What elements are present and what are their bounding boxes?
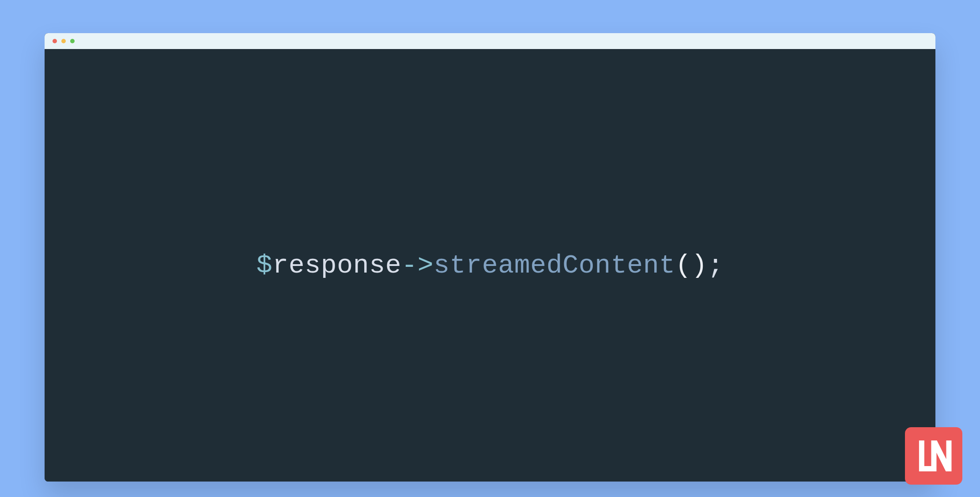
token-variable: response bbox=[272, 250, 401, 281]
brand-logo-icon bbox=[905, 427, 962, 485]
token-arrow: -> bbox=[401, 250, 433, 281]
code-line: $response->streamedContent(); bbox=[256, 250, 724, 281]
editor-window: $response->streamedContent(); bbox=[45, 33, 935, 482]
token-method: streamedContent bbox=[433, 250, 675, 281]
token-open-paren: ( bbox=[675, 250, 692, 281]
token-close-paren: ) bbox=[691, 250, 708, 281]
maximize-icon[interactable] bbox=[70, 39, 75, 43]
code-editor: $response->streamedContent(); bbox=[45, 49, 935, 482]
close-icon[interactable] bbox=[53, 39, 57, 43]
ln-logo-svg bbox=[913, 436, 954, 476]
minimize-icon[interactable] bbox=[61, 39, 66, 43]
window-titlebar bbox=[45, 33, 935, 49]
token-dollar: $ bbox=[256, 250, 273, 281]
token-semicolon: ; bbox=[708, 250, 724, 281]
